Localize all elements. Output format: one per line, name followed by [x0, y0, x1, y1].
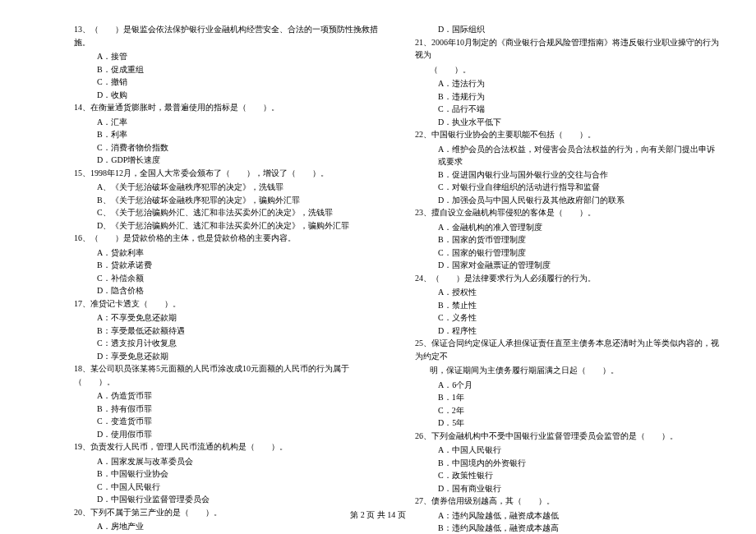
option-text: D．中国银行业监督管理委员会 [74, 493, 382, 506]
option-text: A．伪造货币罪 [74, 389, 382, 403]
option-text: B．国家的货币管理制度 [415, 233, 723, 246]
question-text: 17、准贷记卡透支（ ）。 [74, 297, 382, 311]
option-text: D．收购 [74, 89, 382, 102]
option-text: B．促进国内银行业与国外银行业的交往与合作 [415, 168, 723, 182]
option-text: D．隐含价格 [74, 284, 382, 297]
option-text: C．义务性 [415, 311, 723, 325]
option-text: A．中国人民银行 [415, 444, 723, 457]
option-text: B．中国银行业协会 [74, 467, 382, 481]
exam-page: 13、（ ）是银监会依法保护银行业金融机构经营安全、合法的一项预防性挽救措施。A… [0, 0, 756, 534]
option-text: D．国家对金融票证的管理制度 [415, 259, 723, 272]
question-text: 27、债券信用级别越高，其（ ）。 [415, 495, 723, 508]
question-text: 24、（ ）是法律要求行为人必须履行的行为。 [415, 272, 723, 285]
option-text: A、《关于惩治破坏金融秩序犯罪的决定》，洗钱罪 [74, 181, 382, 194]
question-text: 23、擅自设立金融机构罪侵犯的客体是（ ）。 [415, 206, 723, 219]
option-text: C、《关于惩治骗购外汇、逃汇和非法买卖外汇的决定》，洗钱罪 [74, 206, 382, 219]
option-text: B、《关于惩治破坏金融秩序犯罪的决定》，骗购外汇罪 [74, 194, 382, 207]
option-text: C．撤销 [74, 76, 382, 89]
option-text: C．消费者物价指数 [74, 141, 382, 154]
option-text: D、《关于惩治骗购外汇、逃汇和非法买卖外汇的决定》，骗购外汇罪 [74, 219, 382, 232]
option-text: B．禁止性 [415, 299, 723, 312]
question-continuation: （ ）。 [415, 63, 723, 76]
option-text: A．授权性 [415, 286, 723, 299]
question-text: 13、（ ）是银监会依法保护银行业金融机构经营安全、合法的一项预防性挽救措施。 [74, 23, 382, 48]
option-text: D．执业水平低下 [415, 116, 723, 129]
option-text: A．贷款利率 [74, 246, 382, 260]
question-text: 26、下列金融机构中不受中国银行业监督管理委员会监管的是（ ）。 [415, 430, 723, 443]
option-text: B．利率 [74, 128, 382, 141]
option-text: C．2年 [415, 404, 723, 417]
option-text: C．对银行业自律组织的活动进行指导和监督 [415, 181, 723, 194]
option-text: A．国家发展与改革委员会 [74, 455, 382, 468]
question-continuation: 明，保证期间为主债务履行期届满之日起（ ）。 [415, 364, 723, 377]
option-text: B：享受最低还款额待遇 [74, 325, 382, 338]
option-text: D．5年 [415, 417, 723, 430]
question-text: 18、某公司职员张某将5元面额的人民币涂改成10元面额的人民币的行为属于（ ）。 [74, 362, 382, 388]
right-column: D．国际组织21、2006年10月制定的《商业银行合规风险管理指南》将违反银行业… [415, 23, 723, 534]
question-text: 22、中国银行业协会的主要职能不包括（ ）。 [415, 128, 723, 141]
option-text: A．6个月 [415, 379, 723, 392]
option-text: B．促成重组 [74, 63, 382, 76]
question-text: 15、1998年12月，全国人大常委会颁布了（ ），增设了（ ）。 [74, 167, 382, 180]
option-text: A．违法行为 [415, 77, 723, 90]
option-text: D．国有商业银行 [415, 482, 723, 495]
option-text: C．变造货币罪 [74, 415, 382, 428]
question-text: 16、（ ）是贷款价格的主体，也是贷款价格的主要内容。 [74, 232, 382, 245]
option-text: A．房地产业 [74, 520, 382, 533]
option-text: D．加强会员与中国人民银行及其他政府部门的联系 [415, 194, 723, 207]
option-text: B．1年 [415, 391, 723, 404]
question-text: 14、在衡量通货膨胀时，最普遍使用的指标是（ ）。 [74, 101, 382, 114]
option-text: D．使用假币罪 [74, 428, 382, 441]
option-text: A：不享受免息还款期 [74, 311, 382, 325]
option-text: A．汇率 [74, 116, 382, 129]
option-text: B：违约风险越低，融资成本越高 [415, 522, 723, 534]
option-text: D．GDP增长速度 [74, 154, 382, 167]
option-text: C．补偿余额 [74, 272, 382, 285]
option-text: A．金融机构的准入管理制度 [415, 221, 723, 234]
option-text: A．接管 [74, 50, 382, 63]
option-text: B．中国境内的外资银行 [415, 457, 723, 470]
option-text: C．国家的银行管理制度 [415, 246, 723, 260]
option-text: B．违规行为 [415, 90, 723, 104]
option-text: D．国际组织 [415, 23, 723, 36]
option-text: C：透支按月计收复息 [74, 337, 382, 350]
option-text: A．维护会员的合法权益，对侵害会员合法权益的行为，向有关部门提出申诉或要求 [415, 143, 723, 168]
option-text: C．中国人民银行 [74, 481, 382, 494]
option-text: B．贷款承诺费 [74, 259, 382, 272]
option-text: C．品行不端 [415, 103, 723, 116]
option-text: D：享受免息还款期 [74, 350, 382, 363]
question-text: 25、保证合同约定保证人承担保证责任直至主债务本息还清时为止等类似内容的，视为约… [415, 337, 723, 362]
question-text: 21、2006年10月制定的《商业银行合规风险管理指南》将违反银行业职业操守的行… [415, 36, 723, 62]
page-footer: 第 2 页 共 14 页 [0, 509, 756, 521]
question-text: 19、负责发行人民币，管理人民币流通的机构是（ ）。 [74, 440, 382, 453]
option-text: D．程序性 [415, 325, 723, 338]
left-column: 13、（ ）是银监会依法保护银行业金融机构经营安全、合法的一项预防性挽救措施。A… [74, 23, 382, 534]
option-text: C．政策性银行 [415, 469, 723, 482]
option-text: B．持有假币罪 [74, 403, 382, 416]
